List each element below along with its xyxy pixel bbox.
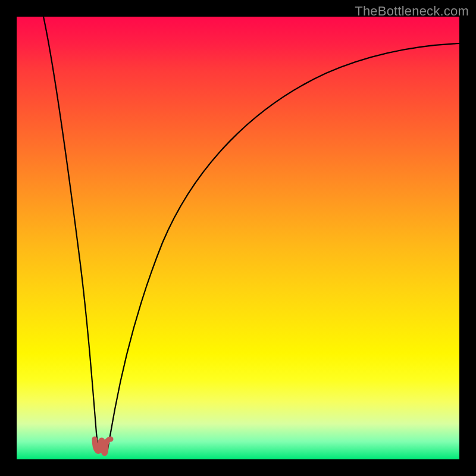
curve-left-branch	[43, 17, 99, 452]
chart-plot-area	[17, 17, 459, 459]
bottleneck-curve	[17, 17, 459, 459]
valley-marker-icon	[95, 439, 111, 453]
chart-frame: TheBottleneck.com	[0, 0, 476, 476]
curve-right-branch	[107, 43, 459, 452]
watermark-text: TheBottleneck.com	[355, 4, 469, 19]
